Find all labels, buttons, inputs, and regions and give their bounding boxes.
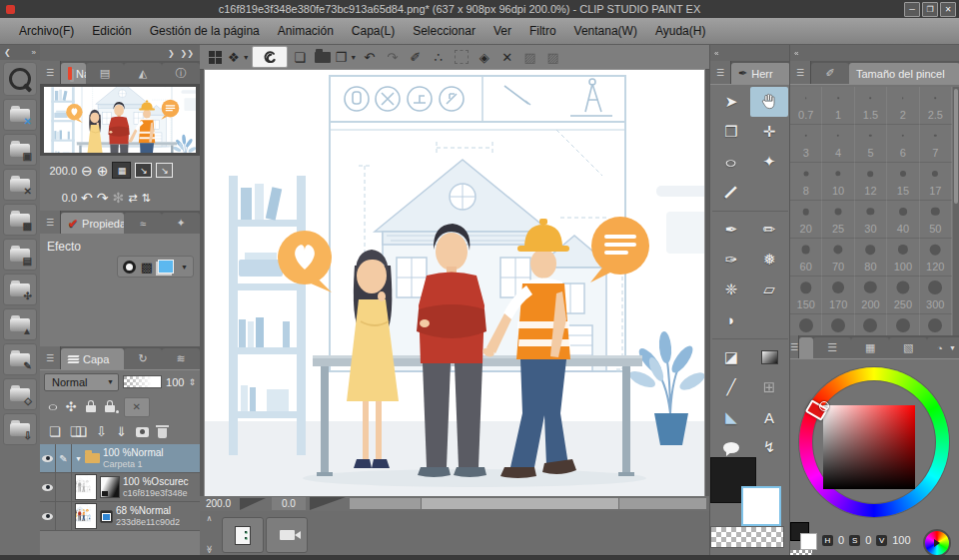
blend-tool[interactable]: ◗: [712, 304, 750, 334]
close-button[interactable]: ✕: [940, 2, 956, 17]
scroll-down-icon[interactable]: ≫: [205, 545, 214, 553]
tab-flask[interactable]: ✦: [162, 213, 200, 234]
ruler-tool[interactable]: ◣: [712, 402, 750, 432]
layer-visibility-toggle[interactable]: [40, 502, 56, 530]
screen-pointer-icon[interactable]: ❖▼: [228, 47, 250, 67]
brush-size-clipped[interactable]: [822, 314, 854, 335]
brush-size-10[interactable]: 10: [822, 163, 854, 201]
draft-layer-icon[interactable]: ✕: [124, 397, 150, 417]
sv-marker[interactable]: [819, 401, 829, 411]
brush-size-50[interactable]: 50: [920, 201, 952, 239]
redo-icon[interactable]: ↷: [382, 47, 403, 67]
menu-ventana-w[interactable]: Ventana(W): [565, 21, 646, 41]
tab-herramienta[interactable]: ✒ Herr: [731, 63, 790, 84]
layer-row-233d8e11c90d2[interactable]: 68 %Normal233d8e11c90d2: [40, 502, 200, 531]
brush-size-2[interactable]: 2: [887, 87, 919, 125]
layer-color-dropdown-icon[interactable]: ▼: [181, 264, 188, 271]
rotate-ccw-icon[interactable]: ↶: [81, 191, 93, 205]
panel-expand-icon[interactable]: ❯: [168, 49, 175, 58]
brush-size-2.5[interactable]: 2.5: [920, 87, 952, 125]
menu-filtro[interactable]: Filtro: [520, 21, 565, 41]
frame-border-tool[interactable]: ⊞: [750, 372, 788, 402]
snap-special-ruler-icon[interactable]: ∴: [428, 47, 449, 67]
brush-size-0.7[interactable]: 0.7: [790, 87, 822, 125]
save-file-icon-dropdown[interactable]: ▼: [350, 54, 357, 61]
tab-navegador[interactable]: Navegad: [61, 63, 86, 84]
fill-tool[interactable]: ◪: [712, 342, 750, 372]
layer-edit-indicator[interactable]: [56, 502, 72, 530]
tab-subview[interactable]: ▤: [86, 63, 124, 84]
clip-studio-logo-button[interactable]: [252, 46, 288, 68]
brush-size-70[interactable]: 70: [822, 239, 854, 277]
new-folder-icon[interactable]: ❏❏: [70, 425, 81, 438]
layer-mask-icon[interactable]: [136, 427, 149, 437]
brush-size-7[interactable]: 7: [920, 125, 952, 163]
undo-icon[interactable]: ↶: [359, 47, 380, 67]
tab-layer-search[interactable]: ↻: [124, 348, 162, 369]
canvas-zoom-value[interactable]: 200.0: [206, 498, 238, 509]
saturation-value-square[interactable]: [823, 405, 915, 489]
material-folder-layout[interactable]: ▤: [3, 239, 37, 271]
layer-edit-indicator[interactable]: ✎: [56, 444, 72, 472]
transfer-down-icon[interactable]: ⇩: [96, 425, 107, 438]
border-effect-icon[interactable]: [123, 261, 136, 274]
flip-vertical-icon[interactable]: ⇅: [141, 193, 150, 204]
canvas-rotation-value[interactable]: 0.0: [272, 497, 306, 510]
operation-tool[interactable]: ➤: [712, 87, 750, 117]
brush-size-5[interactable]: 5: [855, 125, 887, 163]
tab-brush-strokes[interactable]: ≈: [124, 213, 162, 234]
snap-ruler-icon[interactable]: ✐: [405, 47, 426, 67]
material-folder-pen[interactable]: ✎: [3, 343, 37, 375]
tab-information[interactable]: ⓘ: [162, 63, 200, 84]
material-folder-picture[interactable]: ▲: [3, 308, 37, 340]
sub-color-swatch[interactable]: [741, 486, 781, 526]
gradient-tool[interactable]: [750, 342, 788, 372]
scrollbar-thumb[interactable]: [421, 498, 618, 509]
material-folder-effect[interactable]: ✣: [3, 274, 37, 305]
brush-size-clipped[interactable]: [790, 314, 822, 335]
material-folder-monochrome[interactable]: ✕: [3, 169, 37, 201]
brush-size-15[interactable]: 15: [887, 163, 919, 201]
actual-size-icon[interactable]: ↘: [156, 163, 173, 178]
zoom-out-icon[interactable]: ⊖: [81, 164, 93, 178]
scroll-up-icon[interactable]: ∧: [207, 514, 213, 523]
tool-collapse-icon[interactable]: »: [714, 49, 718, 58]
rail-collapse-left-icon[interactable]: ❮: [4, 48, 11, 57]
tab-item-bank[interactable]: ◭: [124, 63, 162, 84]
layer-row-carpeta-1[interactable]: ✎▼100 %NormalCarpeta 1: [40, 444, 200, 473]
brush-size-40[interactable]: 40: [887, 201, 919, 239]
fit-to-width-icon[interactable]: ↘: [135, 163, 152, 178]
save-file-icon[interactable]: ❐▼: [336, 47, 358, 67]
eraser-tool[interactable]: ▱: [750, 275, 788, 304]
brush-size-200[interactable]: 200: [855, 277, 887, 314]
brush-size-150[interactable]: 150: [790, 277, 822, 314]
layer-visibility-toggle[interactable]: [40, 473, 56, 501]
flip-horizontal-icon[interactable]: ⇄: [128, 193, 137, 204]
scrollbar-thumb[interactable]: [954, 89, 958, 204]
timeline-button[interactable]: [266, 517, 308, 553]
menu-archivo-f[interactable]: Archivo(F): [10, 21, 83, 41]
brush-size-100[interactable]: 100: [887, 239, 919, 277]
color-menu-icon[interactable]: ☰: [790, 335, 799, 358]
material-folder-color[interactable]: ✕: [3, 99, 37, 131]
minimize-button[interactable]: ─: [904, 2, 920, 17]
brush-size-clipped[interactable]: [920, 314, 952, 335]
selection-tool[interactable]: ○: [712, 147, 750, 177]
move-layer-tool[interactable]: ✛: [750, 117, 788, 147]
layer-property-menu-icon[interactable]: ☰: [40, 211, 61, 234]
eraser-switch-icon[interactable]: ◈: [474, 47, 494, 67]
brush-size-scrollbar[interactable]: [953, 87, 959, 335]
auto-select-tool[interactable]: ✦: [750, 147, 788, 177]
workspace-grid-icon[interactable]: [205, 47, 226, 67]
pencil-tool[interactable]: ✏: [750, 215, 788, 245]
tab-color-mixer[interactable]: ▧: [889, 337, 927, 358]
value-value[interactable]: 100: [892, 534, 910, 546]
menu-seleccionar[interactable]: Seleccionar: [404, 21, 484, 41]
new-file-icon[interactable]: ❏: [290, 47, 311, 67]
transparent-color-swatch[interactable]: [710, 526, 784, 548]
rail-collapse-right-icon[interactable]: »: [32, 48, 36, 57]
zoom-in-icon[interactable]: ⊕: [97, 164, 109, 178]
opacity-slider[interactable]: [123, 375, 162, 388]
brush-size-8[interactable]: 8: [790, 163, 822, 201]
title-bar[interactable]: c16f819e3f348e380fe73bc913a65d84.png* (6…: [0, 0, 959, 18]
